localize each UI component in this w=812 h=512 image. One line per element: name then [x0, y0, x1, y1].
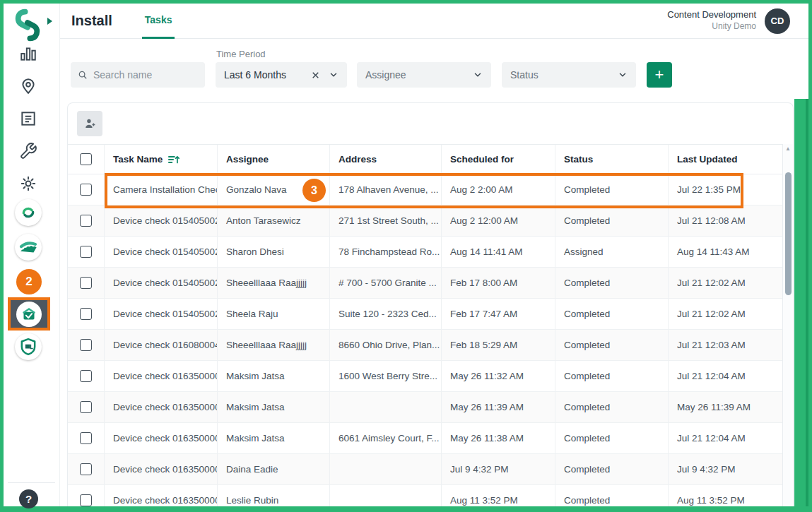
- search-input[interactable]: [93, 69, 198, 81]
- status-cell: Assigned: [555, 237, 669, 267]
- row-checkbox[interactable]: [68, 268, 105, 298]
- annotation-highlight-sidebar-item[interactable]: [8, 297, 50, 331]
- row-checkbox[interactable]: [68, 392, 105, 422]
- sort-ascending-icon[interactable]: [168, 155, 180, 165]
- table-row[interactable]: Device check 016350000 Maksim Jatsa May …: [68, 392, 782, 423]
- page-title: Install: [71, 13, 112, 29]
- status-cell: Completed: [555, 206, 669, 236]
- tasks-table: Task Name Assignee Address Scheduled for…: [68, 144, 782, 506]
- sidebar-item-locations[interactable]: [19, 77, 37, 95]
- status-cell: Completed: [555, 454, 669, 484]
- sidebar-app-forklift[interactable]: [15, 333, 42, 360]
- row-checkbox[interactable]: [68, 485, 105, 506]
- sidebar-app-swirl[interactable]: [15, 199, 42, 226]
- chevron-down-icon[interactable]: [329, 70, 339, 80]
- sidebar-item-tools[interactable]: [19, 142, 37, 160]
- table-row[interactable]: Device check 0154050020 Anton Tarasewicz…: [68, 206, 782, 237]
- clear-filter-icon[interactable]: [311, 71, 320, 80]
- row-checkbox[interactable]: [68, 361, 105, 391]
- scheduled-cell: Jul 9 4:32 PM: [442, 454, 555, 484]
- table-row[interactable]: Device check 016350000 Maksim Jatsa 6061…: [68, 423, 782, 454]
- status-cell: Completed: [555, 330, 669, 360]
- task-name-cell: Device check 0154050020: [105, 206, 218, 236]
- avatar[interactable]: CD: [765, 8, 790, 34]
- row-checkbox[interactable]: [68, 423, 105, 453]
- main-area: Install Tasks Content Development Unity …: [60, 4, 808, 506]
- column-header-status[interactable]: Status: [555, 145, 669, 174]
- row-checkbox[interactable]: [68, 237, 105, 267]
- chevron-down-icon[interactable]: [473, 70, 483, 80]
- column-header-address[interactable]: Address: [330, 145, 442, 174]
- assign-user-button[interactable]: [77, 111, 102, 136]
- chevron-down-icon[interactable]: [618, 70, 628, 80]
- table-row[interactable]: Device check 016350000 Maksim Jatsa 1600…: [68, 361, 782, 392]
- status-dropdown[interactable]: Status: [502, 62, 636, 88]
- assignee-cell: Daina Eadie: [218, 454, 330, 484]
- status-cell: Completed: [555, 268, 669, 298]
- table-header-row: Task Name Assignee Address Scheduled for…: [68, 144, 782, 174]
- assignee-cell: Maksim Jatsa: [218, 392, 330, 422]
- row-checkbox[interactable]: [68, 330, 105, 360]
- scheduled-cell: May 26 11:39 AM: [442, 392, 555, 422]
- column-header-assignee[interactable]: Assignee: [218, 145, 330, 174]
- add-task-button[interactable]: +: [647, 62, 672, 88]
- sidebar-item-reports[interactable]: [19, 109, 37, 128]
- table-row[interactable]: Device check 0154050021 Sheeelllaaa Raaj…: [68, 268, 782, 299]
- assignee-cell: Maksim Jatsa: [218, 423, 330, 453]
- table-row[interactable]: Device check 016350000 Daina Eadie Jul 9…: [68, 454, 782, 485]
- forklift-shield-app-icon: [18, 336, 39, 357]
- last-updated-cell: May 26 11:39 AM: [669, 392, 782, 422]
- assignee-cell: Leslie Rubin: [218, 485, 330, 506]
- column-header-scheduled[interactable]: Scheduled for: [442, 145, 555, 174]
- top-bar: Install Tasks Content Development Unity …: [60, 4, 808, 39]
- table-row[interactable]: Device check 016350000 Leslie Rubin Aug …: [68, 485, 782, 506]
- last-updated-cell: Jul 21 12:04 AM: [669, 361, 782, 391]
- account-org: Unity Demo: [667, 21, 756, 32]
- task-name-cell: Device check 016350000: [105, 392, 218, 422]
- time-period-dropdown[interactable]: Last 6 Months: [216, 62, 347, 88]
- last-updated-cell: Jul 21 12:08 AM: [669, 206, 782, 236]
- sidebar-item-settings[interactable]: [19, 174, 37, 193]
- sidebar-app-install[interactable]: [16, 302, 42, 327]
- scheduled-cell: Feb 18 5:29 AM: [442, 330, 555, 360]
- brand-logo-icon[interactable]: [13, 8, 42, 35]
- road-app-icon: [18, 237, 39, 258]
- task-name-cell: Device check 016350000: [105, 423, 218, 453]
- scrollbar-thumb[interactable]: [785, 172, 792, 295]
- time-period-value: Last 6 Months: [224, 69, 286, 81]
- row-checkbox[interactable]: [68, 206, 105, 236]
- install-check-app-icon: [18, 304, 40, 325]
- row-checkbox[interactable]: [68, 299, 105, 329]
- table-row[interactable]: Device check 016080004 Sheeelllaaa Raajj…: [68, 330, 782, 361]
- account-info[interactable]: Content Development Unity Demo: [667, 9, 756, 32]
- column-header-last-updated[interactable]: Last Updated: [669, 145, 782, 174]
- select-all-checkbox[interactable]: [68, 145, 105, 174]
- table-row[interactable]: Camera Installation Check Gonzalo Nava 1…: [68, 174, 782, 206]
- filter-bar: Time Period Last 6 Months Assignee: [60, 39, 808, 102]
- scheduled-cell: Feb 17 8:00 AM: [442, 268, 555, 298]
- tab-tasks[interactable]: Tasks: [142, 4, 175, 39]
- sidebar: 2 ?: [4, 4, 60, 506]
- row-checkbox[interactable]: [68, 454, 105, 484]
- help-button[interactable]: ?: [19, 489, 38, 508]
- table-row[interactable]: Device check 0154050020 Sharon Dhesi 78 …: [68, 237, 782, 268]
- status-cell: Completed: [555, 361, 669, 391]
- status-cell: Completed: [555, 174, 669, 205]
- table-row[interactable]: Device check 0154050021 Sheela Raju Suit…: [68, 299, 782, 330]
- time-period-label: Time Period: [216, 49, 266, 59]
- scheduled-cell: Aug 11 3:52 PM: [442, 485, 555, 506]
- task-name-cell: Device check 0154050021: [105, 299, 218, 329]
- row-checkbox[interactable]: [68, 174, 105, 205]
- vertical-scrollbar[interactable]: ▲: [782, 144, 793, 506]
- status-cell: Completed: [555, 423, 669, 453]
- annotation-badge-2: 2: [16, 269, 42, 294]
- scroll-up-arrow-icon[interactable]: ▲: [783, 145, 793, 152]
- column-header-task-name[interactable]: Task Name: [105, 145, 218, 174]
- search-box[interactable]: [71, 62, 205, 88]
- sidebar-item-analytics[interactable]: [19, 44, 37, 63]
- sidebar-expand-arrow-icon[interactable]: [47, 18, 52, 25]
- scheduled-cell: Feb 17 7:47 AM: [442, 299, 555, 329]
- assignee-dropdown[interactable]: Assignee: [357, 62, 491, 88]
- sidebar-app-road[interactable]: [15, 234, 42, 261]
- scheduled-cell: Aug 2 12:00 AM: [442, 206, 555, 236]
